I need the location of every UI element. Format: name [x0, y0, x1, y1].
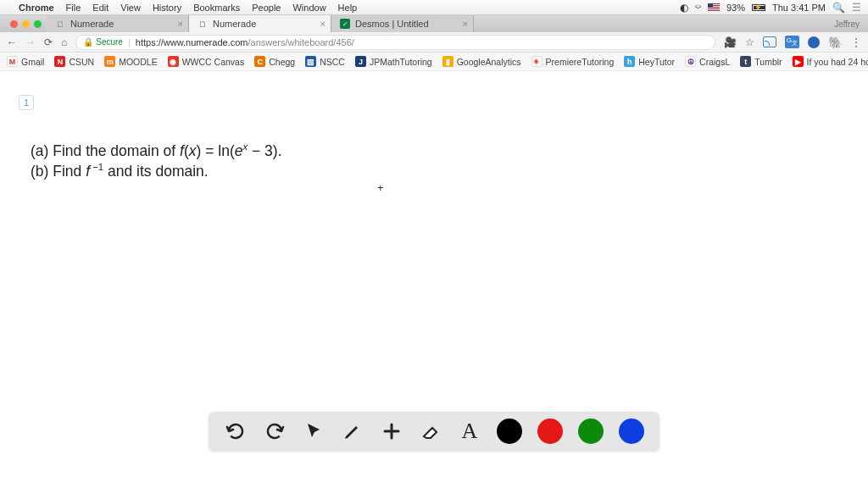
menu-view[interactable]: View	[120, 3, 141, 13]
menu-button[interactable]: ⋮	[851, 36, 861, 48]
whiteboard-canvas[interactable]: 1 (a) Find the domain of f(x) = ln(ex − …	[0, 71, 868, 461]
home-button[interactable]: ⌂	[61, 36, 67, 48]
pointer-tool[interactable]	[302, 419, 326, 443]
bookmark-heytutor[interactable]: hHeyTutor	[624, 56, 675, 67]
menu-history[interactable]: History	[153, 3, 181, 13]
color-black[interactable]	[497, 419, 522, 444]
bookmark-csun[interactable]: NCSUN	[54, 56, 94, 67]
bookmark-nscc[interactable]: ▧NSCC	[305, 56, 345, 67]
bookmark-jpmath[interactable]: JJPMathTutoring	[355, 56, 432, 67]
color-red[interactable]	[537, 419, 563, 444]
eraser-tool[interactable]	[419, 419, 442, 443]
bookmarks-bar: MGmail NCSUN mMOODLE ◉WWCC Canvas CChegg…	[0, 53, 868, 71]
crosshair-cursor: +	[377, 181, 384, 194]
menu-icon[interactable]: ☰	[852, 2, 861, 14]
url-field[interactable]: 🔒Secure | https://www.numerade.com/answe…	[75, 35, 715, 50]
text-tool[interactable]: A	[458, 419, 481, 443]
bookmark-tumblr[interactable]: tTumblr	[740, 56, 782, 67]
bookmark-gmail[interactable]: MGmail	[7, 56, 44, 67]
bookmark-moodle[interactable]: mMOODLE	[104, 56, 158, 67]
cast-icon[interactable]	[763, 36, 776, 47]
redo-button[interactable]	[263, 419, 287, 443]
bookmark-premiere[interactable]: ✴PremiereTutoring	[531, 56, 615, 67]
color-blue[interactable]	[619, 419, 644, 444]
close-window[interactable]	[10, 20, 18, 28]
wifi-icon[interactable]: ⌔	[695, 2, 701, 14]
tab-desmos[interactable]: ✓ Desmos | Untitled ×	[331, 15, 474, 32]
page-icon: 🗋	[198, 19, 208, 29]
tab-close-icon[interactable]: ×	[463, 19, 468, 29]
maximize-window[interactable]	[34, 20, 42, 28]
chrome-address-bar: ← → ⟳ ⌂ 🔒Secure | https://www.numerade.c…	[0, 32, 868, 53]
star-icon[interactable]: ☆	[745, 36, 754, 48]
tab-close-icon[interactable]: ×	[320, 19, 326, 29]
bookmark-youtube[interactable]: ▶If you had 24 hours...	[793, 56, 868, 67]
bookmark-ga[interactable]: ▮GoogleAnalytics	[442, 56, 521, 67]
tab-close-icon[interactable]: ×	[178, 19, 183, 29]
secure-badge: 🔒Secure	[83, 37, 123, 47]
desmos-icon: ✓	[340, 19, 350, 29]
battery-icon[interactable]: ⚡	[752, 4, 765, 11]
tab-title: Desmos | Untitled	[355, 19, 429, 29]
tab-numerade-1[interactable]: 🗋 Numerade ×	[47, 15, 189, 32]
app-name[interactable]: Chrome	[19, 3, 54, 13]
window-controls	[5, 15, 47, 32]
undo-button[interactable]	[224, 419, 248, 443]
bookmark-craigslist[interactable]: ☮CraigsL	[685, 56, 730, 67]
tab-title: Numerade	[70, 19, 114, 29]
camera-icon[interactable]: 🎥	[724, 36, 737, 48]
problem-text: (a) Find the domain of f(x) = ln(ex − 3)…	[31, 141, 282, 182]
menu-help[interactable]: Help	[338, 3, 358, 13]
lock-icon: 🔒	[83, 37, 93, 47]
bookmark-chegg[interactable]: CChegg	[254, 56, 295, 67]
forward-button[interactable]: →	[25, 36, 36, 48]
reload-button[interactable]: ⟳	[44, 36, 53, 48]
status-icon[interactable]: ◐	[680, 2, 688, 14]
whiteboard-toolbar: A	[209, 412, 659, 451]
page-number[interactable]: 1	[19, 95, 34, 110]
flag-icon[interactable]	[708, 3, 720, 12]
tab-numerade-2[interactable]: 🗋 Numerade ×	[189, 15, 331, 32]
chrome-profile[interactable]: Jeffrey	[826, 15, 868, 32]
url-text: https://www.numerade.com/answers/whitebo…	[136, 37, 354, 47]
menu-bookmarks[interactable]: Bookmarks	[193, 3, 240, 13]
add-tool[interactable]	[380, 419, 403, 443]
menu-window[interactable]: Window	[292, 3, 326, 13]
macos-menubar: Chrome File Edit View History Bookmarks …	[0, 0, 868, 15]
extension-icon[interactable]	[808, 36, 820, 48]
color-green[interactable]	[578, 419, 604, 444]
minimize-window[interactable]	[22, 20, 30, 28]
page-icon: 🗋	[55, 19, 65, 29]
clock[interactable]: Thu 3:41 PM	[772, 3, 826, 13]
menu-file[interactable]: File	[66, 3, 81, 13]
evernote-icon[interactable]: 🐘	[828, 36, 843, 49]
menu-edit[interactable]: Edit	[92, 3, 108, 13]
search-icon[interactable]: 🔍	[832, 2, 845, 14]
tab-title: Numerade	[213, 19, 256, 29]
bookmark-wwcc[interactable]: ◉WWCC Canvas	[168, 56, 245, 67]
battery-percent: 93%	[726, 3, 745, 13]
pen-tool[interactable]	[341, 419, 364, 443]
translate-icon[interactable]: G文	[785, 36, 799, 48]
chrome-tabbar: 🗋 Numerade × 🗋 Numerade × ✓ Desmos | Unt…	[0, 15, 868, 32]
menu-people[interactable]: People	[252, 3, 281, 13]
back-button[interactable]: ←	[7, 36, 17, 48]
